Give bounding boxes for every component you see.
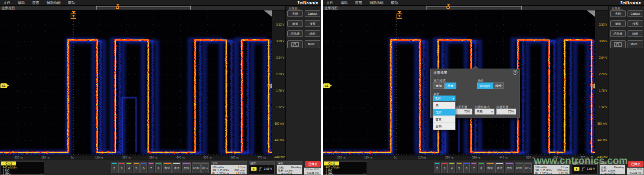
zoom-corner-handle-icon[interactable] [264, 10, 272, 17]
search-button[interactable]: 搜索 [628, 20, 643, 27]
tektronix-logo: Tektronix [297, 0, 318, 6]
menu-bar: 文件 编辑 应用 辅助功能 帮助 Tektronix [0, 0, 321, 6]
graticule-intensity-field[interactable]: 75% [496, 109, 516, 115]
channel-button[interactable]: 4 [449, 162, 455, 173]
menu-applications[interactable]: 应用 [32, 0, 39, 6]
dropdown-option-off[interactable]: 关 [433, 102, 455, 109]
channel1-position-marker[interactable]: C1 [323, 83, 330, 88]
trigger-position-marker-icon[interactable] [116, 6, 119, 9]
dvm-button[interactable]: DVM [515, 162, 524, 173]
cursor-button[interactable]: 光标 [610, 10, 626, 17]
trigger-flag[interactable]: T [397, 13, 402, 19]
channel-button[interactable]: 7 [148, 162, 154, 173]
x-tick-label: 220 ns [122, 156, 131, 159]
results-table-button[interactable]: 结果表 [287, 30, 303, 37]
overlay-toggle[interactable]: 叠加 [433, 83, 445, 89]
channel-button[interactable]: 4 [126, 162, 132, 173]
linear-toggle[interactable]: 线性 [493, 83, 504, 89]
dropdown-option-infinite[interactable]: 无穷 [433, 109, 455, 116]
trigger-position-marker-icon[interactable] [446, 6, 450, 9]
zoom-corner-handle-icon[interactable] [587, 10, 595, 17]
trigger-position-percent: 23.5% [236, 172, 245, 175]
measure-button[interactable]: 测量 [610, 20, 626, 27]
waveform-view-tab[interactable]: 波形视图 [2, 6, 15, 10]
bus-button[interactable]: 总线 [505, 162, 514, 173]
menu-file[interactable]: 文件 [3, 0, 10, 6]
plot-button[interactable]: 绘图 [305, 30, 320, 37]
display-settings-icon [291, 42, 299, 47]
menu-file[interactable]: 文件 [326, 0, 333, 6]
menu-help[interactable]: 帮助 [391, 0, 398, 6]
channel-color-stripe [127, 163, 131, 164]
waveform-display[interactable]: T C1 [0, 10, 272, 155]
afg-button[interactable]: AFG [201, 162, 209, 173]
time-label: 4:10:35 PM [306, 172, 319, 174]
x-axis-labels: -220 ns -110 ns 0s 110 ns 220 ns 330 ns … [0, 155, 285, 160]
afg-button[interactable]: AFG [524, 162, 532, 173]
acquisition-window-indicator[interactable] [96, 6, 191, 9]
channel-button[interactable]: 5 [133, 162, 140, 173]
waveform-view-tab[interactable]: 波形视图 [325, 6, 338, 10]
graticule-style-select[interactable]: 网格 ▾ [475, 109, 494, 115]
channel1-badge[interactable]: Ch 1 440 mV/div 1 MΩ 1 GHz ⌁ [324, 161, 367, 175]
callout-button[interactable]: Callout [628, 10, 643, 17]
channel-button[interactable]: 8 [155, 162, 162, 173]
waveform-view-header: 波形视图 [323, 6, 608, 10]
channel-button[interactable]: 2 [111, 162, 117, 173]
results-sidebar: 添加新... 光标 Callout 测量 搜索 结果表 绘图 More... [285, 6, 321, 160]
menu-applications[interactable]: 应用 [355, 0, 362, 6]
channel-color-stripe [449, 163, 454, 164]
channel-button[interactable]: 5 [456, 162, 462, 173]
channel-button[interactable]: 6 [140, 162, 147, 173]
dropdown-option-variable[interactable]: 变量 [433, 116, 455, 123]
dropdown-option-auto[interactable]: 自动 [433, 123, 455, 130]
trigger-badge[interactable]: 触发 1 1.65 V [249, 161, 275, 175]
ref-button[interactable]: 参考 [172, 162, 181, 173]
channel-color-stripe [119, 163, 124, 164]
menu-utility[interactable]: 辅助功能 [370, 0, 384, 6]
channel-button[interactable]: 3 [118, 162, 125, 173]
module-color-stripe [202, 163, 208, 164]
persistence-select[interactable]: 无穷 ▾ [433, 96, 455, 101]
display-settings-button[interactable] [610, 40, 626, 48]
math-button[interactable]: 数学 [486, 162, 494, 173]
plot-button[interactable]: 绘图 [628, 30, 643, 37]
ref-button[interactable]: 参考 [495, 162, 504, 173]
channel-button[interactable]: 2 [434, 162, 440, 173]
help-icon[interactable]: ? [513, 70, 517, 75]
channel-button[interactable]: 7 [471, 162, 477, 173]
horizontal-badge[interactable]: 水平 110 ns/div 1.1 μs SR: 1.25 GS/s 800 p… [211, 161, 247, 175]
run-stop-button[interactable]: 已停止 [305, 161, 321, 167]
channel-button[interactable]: 6 [463, 162, 470, 173]
horizontal-window: 1.1 μs [238, 166, 245, 168]
math-button[interactable]: 数学 [163, 162, 172, 173]
cursor-button[interactable]: 光标 [287, 10, 303, 17]
menu-utility[interactable]: 辅助功能 [47, 0, 61, 6]
channel1-badge[interactable]: Ch 1 440 mV/div 1 MΩ 1 GHz ⌁ [1, 161, 44, 175]
menu-help[interactable]: 帮助 [68, 0, 75, 6]
stacked-toggle[interactable]: 堆叠 [445, 83, 456, 89]
menu-edit[interactable]: 编辑 [18, 0, 25, 6]
wave-intensity-field[interactable]: 75% [455, 109, 472, 115]
more-button[interactable]: More... [305, 40, 320, 48]
menu-edit[interactable]: 编辑 [341, 0, 348, 6]
channel-button[interactable]: 8 [478, 162, 485, 173]
measure-button[interactable]: 测量 [287, 20, 303, 27]
sinx-toggle[interactable]: Sin(x)/x [477, 83, 493, 89]
callout-button[interactable]: Callout [305, 10, 320, 17]
results-table-button[interactable]: 结果表 [610, 30, 626, 37]
acquisition-window-indicator[interactable] [427, 6, 521, 9]
channel1-position-marker[interactable]: C1 [0, 83, 7, 88]
channel-button[interactable]: 3 [441, 162, 448, 173]
bus-button[interactable]: 总线 [182, 162, 191, 173]
trigger-flag[interactable]: T [71, 13, 76, 19]
search-button[interactable]: 搜索 [305, 20, 320, 27]
more-button[interactable]: More... [628, 40, 643, 48]
channel-color-stripe [442, 163, 447, 164]
dvm-button[interactable]: DVM [192, 162, 201, 173]
run-stop-button[interactable]: 已停止 [628, 161, 644, 167]
display-settings-button[interactable] [287, 40, 303, 48]
sample-rate: SR: 1.25 GS/s [212, 169, 229, 172]
y-tick-label: 1.76 V [276, 89, 284, 92]
acquisition-badge[interactable]: 采集 自动, FastAcq 取样: 12 bits 1.754 M采集 [276, 161, 302, 175]
